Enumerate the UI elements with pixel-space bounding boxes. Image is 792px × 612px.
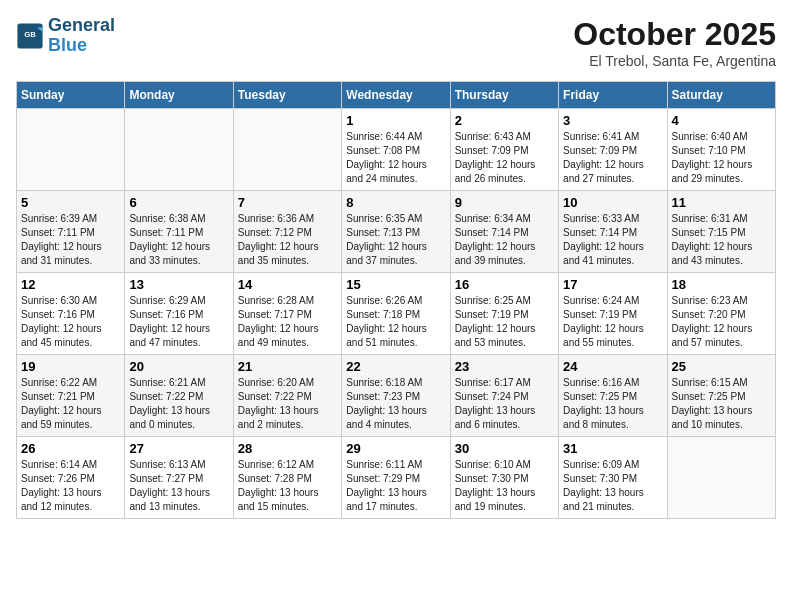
calendar-cell: 29Sunrise: 6:11 AM Sunset: 7:29 PM Dayli… xyxy=(342,437,450,519)
header-friday: Friday xyxy=(559,82,667,109)
day-number: 17 xyxy=(563,277,662,292)
day-info: Sunrise: 6:38 AM Sunset: 7:11 PM Dayligh… xyxy=(129,212,228,268)
header-wednesday: Wednesday xyxy=(342,82,450,109)
calendar-cell: 1Sunrise: 6:44 AM Sunset: 7:08 PM Daylig… xyxy=(342,109,450,191)
calendar-cell: 11Sunrise: 6:31 AM Sunset: 7:15 PM Dayli… xyxy=(667,191,775,273)
calendar-cell: 23Sunrise: 6:17 AM Sunset: 7:24 PM Dayli… xyxy=(450,355,558,437)
day-number: 12 xyxy=(21,277,120,292)
calendar-cell: 30Sunrise: 6:10 AM Sunset: 7:30 PM Dayli… xyxy=(450,437,558,519)
day-number: 23 xyxy=(455,359,554,374)
day-info: Sunrise: 6:22 AM Sunset: 7:21 PM Dayligh… xyxy=(21,376,120,432)
calendar-cell: 4Sunrise: 6:40 AM Sunset: 7:10 PM Daylig… xyxy=(667,109,775,191)
calendar-cell: 12Sunrise: 6:30 AM Sunset: 7:16 PM Dayli… xyxy=(17,273,125,355)
calendar-cell xyxy=(125,109,233,191)
day-info: Sunrise: 6:18 AM Sunset: 7:23 PM Dayligh… xyxy=(346,376,445,432)
day-number: 25 xyxy=(672,359,771,374)
day-info: Sunrise: 6:21 AM Sunset: 7:22 PM Dayligh… xyxy=(129,376,228,432)
header-thursday: Thursday xyxy=(450,82,558,109)
calendar-cell: 28Sunrise: 6:12 AM Sunset: 7:28 PM Dayli… xyxy=(233,437,341,519)
calendar-week-row: 12Sunrise: 6:30 AM Sunset: 7:16 PM Dayli… xyxy=(17,273,776,355)
calendar-cell: 16Sunrise: 6:25 AM Sunset: 7:19 PM Dayli… xyxy=(450,273,558,355)
day-info: Sunrise: 6:17 AM Sunset: 7:24 PM Dayligh… xyxy=(455,376,554,432)
day-number: 6 xyxy=(129,195,228,210)
day-number: 13 xyxy=(129,277,228,292)
header-tuesday: Tuesday xyxy=(233,82,341,109)
header: GB General Blue October 2025 El Trebol, … xyxy=(16,16,776,69)
day-number: 16 xyxy=(455,277,554,292)
day-info: Sunrise: 6:40 AM Sunset: 7:10 PM Dayligh… xyxy=(672,130,771,186)
calendar-cell: 18Sunrise: 6:23 AM Sunset: 7:20 PM Dayli… xyxy=(667,273,775,355)
day-number: 21 xyxy=(238,359,337,374)
calendar-cell: 9Sunrise: 6:34 AM Sunset: 7:14 PM Daylig… xyxy=(450,191,558,273)
calendar-title: October 2025 xyxy=(573,16,776,53)
day-number: 27 xyxy=(129,441,228,456)
day-number: 1 xyxy=(346,113,445,128)
header-monday: Monday xyxy=(125,82,233,109)
calendar-cell xyxy=(17,109,125,191)
day-info: Sunrise: 6:29 AM Sunset: 7:16 PM Dayligh… xyxy=(129,294,228,350)
day-info: Sunrise: 6:28 AM Sunset: 7:17 PM Dayligh… xyxy=(238,294,337,350)
logo-text-line2: Blue xyxy=(48,36,115,56)
day-number: 18 xyxy=(672,277,771,292)
calendar-cell xyxy=(233,109,341,191)
title-area: October 2025 El Trebol, Santa Fe, Argent… xyxy=(573,16,776,69)
calendar-cell: 7Sunrise: 6:36 AM Sunset: 7:12 PM Daylig… xyxy=(233,191,341,273)
calendar-cell: 25Sunrise: 6:15 AM Sunset: 7:25 PM Dayli… xyxy=(667,355,775,437)
calendar-cell: 31Sunrise: 6:09 AM Sunset: 7:30 PM Dayli… xyxy=(559,437,667,519)
calendar-cell: 15Sunrise: 6:26 AM Sunset: 7:18 PM Dayli… xyxy=(342,273,450,355)
logo-icon: GB xyxy=(16,22,44,50)
calendar-cell: 26Sunrise: 6:14 AM Sunset: 7:26 PM Dayli… xyxy=(17,437,125,519)
calendar-week-row: 1Sunrise: 6:44 AM Sunset: 7:08 PM Daylig… xyxy=(17,109,776,191)
calendar-cell xyxy=(667,437,775,519)
calendar-subtitle: El Trebol, Santa Fe, Argentina xyxy=(573,53,776,69)
day-info: Sunrise: 6:20 AM Sunset: 7:22 PM Dayligh… xyxy=(238,376,337,432)
calendar-cell: 21Sunrise: 6:20 AM Sunset: 7:22 PM Dayli… xyxy=(233,355,341,437)
calendar-cell: 17Sunrise: 6:24 AM Sunset: 7:19 PM Dayli… xyxy=(559,273,667,355)
day-info: Sunrise: 6:30 AM Sunset: 7:16 PM Dayligh… xyxy=(21,294,120,350)
logo: GB General Blue xyxy=(16,16,115,56)
day-info: Sunrise: 6:41 AM Sunset: 7:09 PM Dayligh… xyxy=(563,130,662,186)
day-info: Sunrise: 6:36 AM Sunset: 7:12 PM Dayligh… xyxy=(238,212,337,268)
calendar-cell: 5Sunrise: 6:39 AM Sunset: 7:11 PM Daylig… xyxy=(17,191,125,273)
calendar-week-row: 5Sunrise: 6:39 AM Sunset: 7:11 PM Daylig… xyxy=(17,191,776,273)
day-info: Sunrise: 6:14 AM Sunset: 7:26 PM Dayligh… xyxy=(21,458,120,514)
day-info: Sunrise: 6:26 AM Sunset: 7:18 PM Dayligh… xyxy=(346,294,445,350)
day-info: Sunrise: 6:43 AM Sunset: 7:09 PM Dayligh… xyxy=(455,130,554,186)
day-info: Sunrise: 6:31 AM Sunset: 7:15 PM Dayligh… xyxy=(672,212,771,268)
calendar-cell: 13Sunrise: 6:29 AM Sunset: 7:16 PM Dayli… xyxy=(125,273,233,355)
day-number: 2 xyxy=(455,113,554,128)
day-info: Sunrise: 6:10 AM Sunset: 7:30 PM Dayligh… xyxy=(455,458,554,514)
day-number: 20 xyxy=(129,359,228,374)
calendar-cell: 3Sunrise: 6:41 AM Sunset: 7:09 PM Daylig… xyxy=(559,109,667,191)
calendar-table: SundayMondayTuesdayWednesdayThursdayFrid… xyxy=(16,81,776,519)
day-number: 14 xyxy=(238,277,337,292)
day-number: 29 xyxy=(346,441,445,456)
day-number: 19 xyxy=(21,359,120,374)
day-info: Sunrise: 6:24 AM Sunset: 7:19 PM Dayligh… xyxy=(563,294,662,350)
day-number: 15 xyxy=(346,277,445,292)
header-sunday: Sunday xyxy=(17,82,125,109)
calendar-cell: 20Sunrise: 6:21 AM Sunset: 7:22 PM Dayli… xyxy=(125,355,233,437)
calendar-cell: 6Sunrise: 6:38 AM Sunset: 7:11 PM Daylig… xyxy=(125,191,233,273)
day-number: 3 xyxy=(563,113,662,128)
day-info: Sunrise: 6:09 AM Sunset: 7:30 PM Dayligh… xyxy=(563,458,662,514)
day-number: 5 xyxy=(21,195,120,210)
day-number: 24 xyxy=(563,359,662,374)
day-info: Sunrise: 6:35 AM Sunset: 7:13 PM Dayligh… xyxy=(346,212,445,268)
day-info: Sunrise: 6:44 AM Sunset: 7:08 PM Dayligh… xyxy=(346,130,445,186)
day-number: 9 xyxy=(455,195,554,210)
calendar-cell: 10Sunrise: 6:33 AM Sunset: 7:14 PM Dayli… xyxy=(559,191,667,273)
day-number: 31 xyxy=(563,441,662,456)
day-number: 4 xyxy=(672,113,771,128)
calendar-cell: 19Sunrise: 6:22 AM Sunset: 7:21 PM Dayli… xyxy=(17,355,125,437)
calendar-cell: 24Sunrise: 6:16 AM Sunset: 7:25 PM Dayli… xyxy=(559,355,667,437)
day-info: Sunrise: 6:11 AM Sunset: 7:29 PM Dayligh… xyxy=(346,458,445,514)
day-info: Sunrise: 6:23 AM Sunset: 7:20 PM Dayligh… xyxy=(672,294,771,350)
calendar-cell: 2Sunrise: 6:43 AM Sunset: 7:09 PM Daylig… xyxy=(450,109,558,191)
calendar-cell: 27Sunrise: 6:13 AM Sunset: 7:27 PM Dayli… xyxy=(125,437,233,519)
day-info: Sunrise: 6:33 AM Sunset: 7:14 PM Dayligh… xyxy=(563,212,662,268)
day-number: 26 xyxy=(21,441,120,456)
day-number: 22 xyxy=(346,359,445,374)
logo-text-line1: General xyxy=(48,16,115,36)
day-info: Sunrise: 6:39 AM Sunset: 7:11 PM Dayligh… xyxy=(21,212,120,268)
